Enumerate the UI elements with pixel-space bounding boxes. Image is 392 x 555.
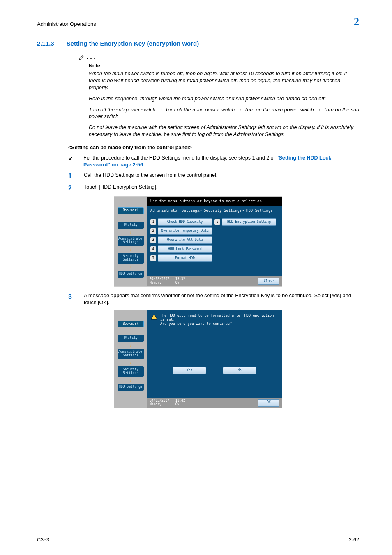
confirm-panel: Bookmark Utility ↓ Administrator Setting… xyxy=(114,310,282,408)
bullet-text: For the procedure to call the HDD Settin… xyxy=(83,155,359,169)
admin-settings-button[interactable]: Administrator Settings xyxy=(118,349,144,359)
utility-button[interactable]: Utility xyxy=(118,335,144,342)
admin-settings-button[interactable]: Administrator Settings xyxy=(118,236,144,246)
note-dots-icon: ... xyxy=(86,53,97,61)
warning-icon xyxy=(150,313,158,321)
security-settings-button[interactable]: Security Settings xyxy=(118,253,144,264)
check-hdd-capacity-button[interactable]: Check HDD Capacity xyxy=(158,218,212,226)
panel-message: Use the menu buttons or keypad to make a… xyxy=(147,197,282,206)
arrow-down-icon: ↓ xyxy=(114,343,147,347)
bookmark-button[interactable]: Bookmark xyxy=(118,207,144,214)
hdd-encryption-setting-button[interactable]: HDD Encryption Setting xyxy=(222,218,276,226)
step-number-1: 1 xyxy=(68,172,74,181)
step-2-text: Touch [HDD Encryption Setting]. xyxy=(84,184,157,193)
menu-num: 4 xyxy=(150,246,156,252)
hdd-settings-panel: Bookmark Utility ↓ Administrator Setting… xyxy=(114,196,282,287)
arrow-down-icon: ↓ xyxy=(114,265,147,269)
header-left: Administrator Operations xyxy=(37,21,96,27)
menu-num: 1 xyxy=(150,219,156,225)
note-label: Note xyxy=(89,63,359,69)
menu-num: 2 xyxy=(150,228,156,234)
step-3-text: A message appears that confirms whether … xyxy=(84,292,359,306)
yes-button[interactable]: Yes xyxy=(173,367,206,374)
arrow-down-icon: ↓ xyxy=(114,247,147,252)
format-hdd-button[interactable]: Format HDD xyxy=(158,254,212,262)
overwrite-all-data-button[interactable]: Overwrite All Data xyxy=(158,236,212,244)
menu-num: 5 xyxy=(150,255,156,261)
hdd-settings-button[interactable]: HDD Settings xyxy=(118,271,144,278)
ok-button[interactable]: OK xyxy=(258,399,279,407)
breadcrumb: Administrator Settings> Security Setting… xyxy=(150,208,279,213)
overwrite-temp-data-button[interactable]: Overwrite Temporary Data xyxy=(158,227,212,235)
no-button[interactable]: No xyxy=(223,367,256,374)
check-icon: ✔ xyxy=(68,155,74,169)
confirm-msg-line1: The HDD will need to be formatted after … xyxy=(160,313,279,321)
bookmark-button[interactable]: Bookmark xyxy=(118,321,144,328)
subheading: <Setting can be made only from the contr… xyxy=(68,145,359,150)
note-p1: When the main power switch is turned off… xyxy=(89,70,359,91)
svg-point-1 xyxy=(154,318,154,319)
footer-model: C353 xyxy=(37,537,49,543)
section-title: Setting the Encryption Key (encryption w… xyxy=(67,40,199,47)
note-p2: Here is the sequence, through which the … xyxy=(89,95,359,102)
step-number-2: 2 xyxy=(68,184,74,193)
chapter-number: 2 xyxy=(354,16,359,27)
note-p3: Turn off the sub power switch → Turn off… xyxy=(89,106,359,120)
pencil-icon xyxy=(78,53,85,61)
note-p4: Do not leave the machine with the settin… xyxy=(89,124,359,138)
arrow-down-icon: ↓ xyxy=(114,378,147,382)
arrow-down-icon: ↓ xyxy=(114,361,147,365)
section-number: 2.11.3 xyxy=(37,40,54,47)
footer-page: 2-62 xyxy=(349,537,359,543)
hdd-lock-password-button[interactable]: HDD Lock Password xyxy=(158,245,212,253)
menu-num: 3 xyxy=(150,237,156,243)
security-settings-button[interactable]: Security Settings xyxy=(118,366,144,377)
step-1-text: Call the HDD Settings to the screen from… xyxy=(84,172,217,181)
close-button[interactable]: Close xyxy=(258,278,279,285)
arrow-down-icon: ↓ xyxy=(114,230,147,234)
menu-num: 6 xyxy=(214,219,220,225)
utility-button[interactable]: Utility xyxy=(118,222,144,229)
confirm-msg-line2: Are you sure you want to continue? xyxy=(160,321,279,326)
hdd-settings-button[interactable]: HDD Settings xyxy=(118,384,144,391)
step-number-3: 3 xyxy=(68,292,74,306)
